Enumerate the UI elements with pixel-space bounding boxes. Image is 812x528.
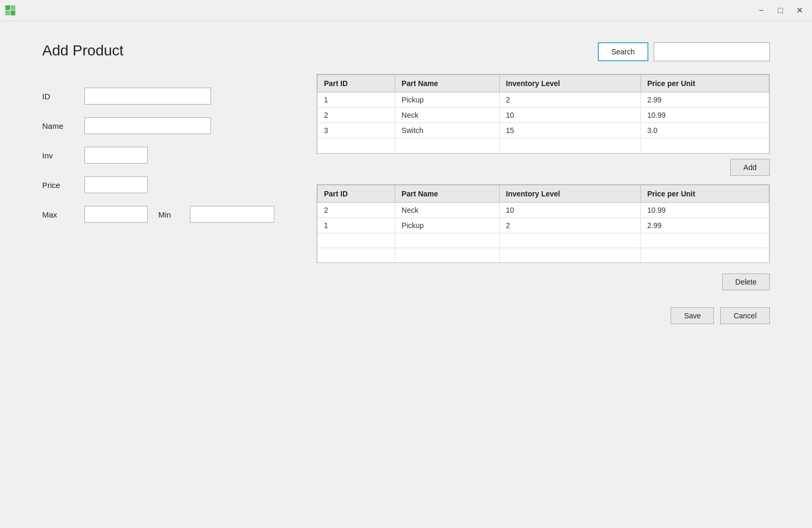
inv-field-row: Inv — [42, 147, 274, 164]
add-button[interactable]: Add — [730, 159, 770, 176]
right-panel: Search Part ID Part Name Inventory Level… — [317, 42, 770, 507]
bottom-col-part-id: Part ID — [318, 185, 395, 202]
inv-label: Inv — [42, 151, 74, 160]
top-table: Part ID Part Name Inventory Level Price … — [317, 74, 769, 153]
id-label: ID — [42, 92, 74, 101]
cell-part-id: 3 — [318, 123, 395, 138]
top-col-part-id: Part ID — [318, 75, 395, 92]
maximize-button[interactable]: □ — [773, 3, 788, 18]
table-row-empty — [318, 138, 769, 153]
svg-rect-1 — [11, 5, 15, 10]
table-row[interactable]: 1 Pickup 2 2.99 — [318, 218, 769, 233]
cancel-button[interactable]: Cancel — [720, 307, 770, 324]
bottom-col-inventory-level: Inventory Level — [499, 185, 641, 202]
table-row[interactable]: 3 Switch 15 3.0 — [318, 123, 769, 138]
minimize-button[interactable]: − — [754, 3, 769, 18]
price-field-row: Price — [42, 176, 274, 193]
price-label: Price — [42, 181, 74, 190]
cell-price-per-unit: 10.99 — [641, 202, 769, 218]
cell-price-per-unit: 3.0 — [641, 123, 769, 138]
cell-inventory-level: 10 — [499, 108, 641, 123]
table-row[interactable]: 2 Neck 10 10.99 — [318, 108, 769, 123]
svg-rect-3 — [11, 11, 15, 15]
price-input[interactable] — [84, 176, 148, 193]
cell-part-id: 2 — [318, 202, 395, 218]
cell-part-id: 1 — [318, 218, 395, 233]
top-col-inventory-level: Inventory Level — [499, 75, 641, 92]
app-icon — [5, 5, 16, 16]
search-button[interactable]: Search — [598, 42, 648, 61]
cell-inventory-level: 2 — [499, 218, 641, 233]
add-btn-row: Add — [317, 159, 770, 176]
cell-part-id: 2 — [318, 108, 395, 123]
bottom-col-price-per-unit: Price per Unit — [641, 185, 769, 202]
table-row-empty — [318, 248, 769, 262]
table-row[interactable]: 1 Pickup 2 2.99 — [318, 92, 769, 108]
top-col-price-per-unit: Price per Unit — [641, 75, 769, 92]
inv-input[interactable] — [84, 147, 148, 164]
bottom-table: Part ID Part Name Inventory Level Price … — [317, 185, 769, 263]
cell-inventory-level: 2 — [499, 92, 641, 108]
cell-part-name: Neck — [395, 108, 500, 123]
bottom-col-part-name: Part Name — [395, 185, 500, 202]
page-title: Add Product — [42, 42, 274, 59]
bottom-actions: Save Cancel — [317, 307, 770, 324]
close-button[interactable]: ✕ — [792, 3, 807, 18]
delete-btn-row: Delete — [317, 274, 770, 290]
save-button[interactable]: Save — [671, 307, 714, 324]
min-label: Min — [158, 210, 179, 219]
title-bar: − □ ✕ — [0, 0, 812, 21]
cell-part-name: Switch — [395, 123, 500, 138]
top-table-container: Part ID Part Name Inventory Level Price … — [317, 74, 770, 154]
min-input[interactable] — [190, 206, 274, 223]
bottom-table-container: Part ID Part Name Inventory Level Price … — [317, 184, 770, 263]
delete-button[interactable]: Delete — [722, 274, 770, 290]
id-field-row: ID — [42, 88, 274, 105]
svg-rect-0 — [5, 5, 10, 10]
cell-inventory-level: 10 — [499, 202, 641, 218]
max-label: Max — [42, 210, 74, 219]
name-field-row: Name — [42, 117, 274, 134]
cell-price-per-unit: 2.99 — [641, 92, 769, 108]
max-min-field-row: Max Min — [42, 206, 274, 223]
max-input[interactable] — [84, 206, 148, 223]
name-input[interactable] — [84, 117, 211, 134]
title-bar-controls: − □ ✕ — [754, 3, 807, 18]
main-layout: Add Product ID Name Inv Price — [42, 42, 770, 507]
id-input[interactable] — [84, 88, 211, 105]
content-area: Add Product ID Name Inv Price — [0, 21, 812, 528]
name-label: Name — [42, 121, 74, 130]
table-row[interactable]: 2 Neck 10 10.99 — [318, 202, 769, 218]
search-input[interactable] — [654, 42, 770, 61]
top-table-header-row: Part ID Part Name Inventory Level Price … — [318, 75, 769, 92]
cell-price-per-unit: 10.99 — [641, 108, 769, 123]
bottom-table-header-row: Part ID Part Name Inventory Level Price … — [318, 185, 769, 202]
cell-part-name: Neck — [395, 202, 500, 218]
svg-rect-2 — [5, 11, 10, 15]
table-row-empty — [318, 233, 769, 248]
cell-part-name: Pickup — [395, 218, 500, 233]
top-col-part-name: Part Name — [395, 75, 500, 92]
cell-inventory-level: 15 — [499, 123, 641, 138]
search-bar: Search — [317, 42, 770, 61]
main-window: − □ ✕ Add Product ID Name Inv — [0, 0, 812, 528]
left-panel: Add Product ID Name Inv Price — [42, 42, 274, 507]
title-bar-left — [5, 5, 16, 16]
cell-part-id: 1 — [318, 92, 395, 108]
cell-price-per-unit: 2.99 — [641, 218, 769, 233]
cell-part-name: Pickup — [395, 92, 500, 108]
